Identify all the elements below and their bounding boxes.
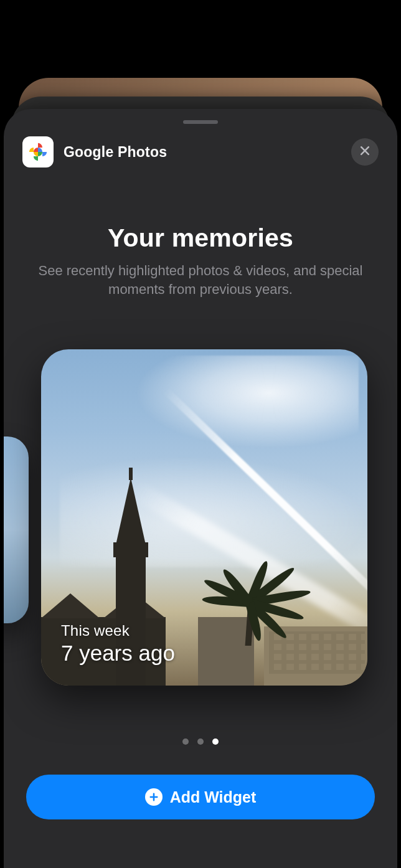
app-identity: Google Photos [22,136,167,167]
widget-picker-sheet: Google Photos Your memories See recently… [4,109,397,868]
add-widget-button[interactable]: Add Widget [26,775,375,819]
memory-label: This week 7 years ago [61,622,175,666]
memory-label-line1: This week [61,622,175,639]
headline-block: Your memories See recently highlighted p… [4,224,397,300]
widget-preview-carousel[interactable]: This week 7 years ago [4,349,397,717]
previous-widget-peek[interactable] [4,436,29,623]
headline-title: Your memories [26,224,375,253]
close-icon [359,144,371,159]
sheet-header: Google Photos [4,109,397,167]
google-photos-icon [22,136,54,167]
widget-preview-card[interactable]: This week 7 years ago [41,349,367,686]
add-widget-label: Add Widget [170,788,257,806]
headline-subtitle: See recently highlighted photos & videos… [26,262,375,300]
plus-circle-icon [145,788,163,806]
page-dot-2[interactable] [197,738,204,745]
page-dot-3[interactable] [212,738,219,745]
pagination-dots[interactable] [4,738,397,745]
sheet-grabber[interactable] [183,120,218,124]
app-name-label: Google Photos [64,144,167,161]
close-button[interactable] [351,138,379,166]
memory-label-line2: 7 years ago [61,641,175,666]
page-dot-1[interactable] [182,738,189,745]
